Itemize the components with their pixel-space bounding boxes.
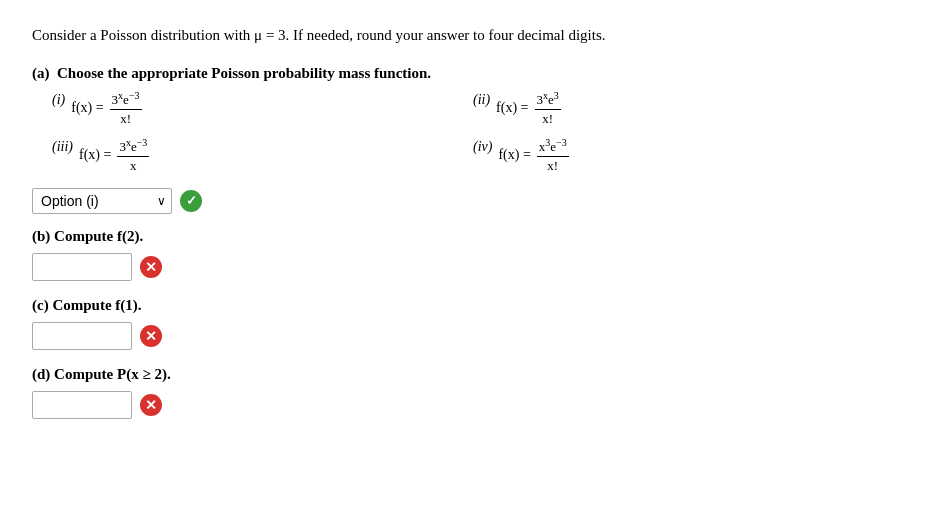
numer-ii: 3xe3 <box>535 90 561 110</box>
part-d-cross-icon: ✕ <box>140 394 162 416</box>
option-iii-label: (iii) <box>52 139 73 155</box>
part-a-label: (a) Choose the appropriate Poisson proba… <box>32 65 894 82</box>
numer-i: 3xe−3 <box>110 90 142 110</box>
options-grid: (i) f(x) = 3xe−3 x! (ii) f(x) = 3xe3 x! … <box>52 90 894 175</box>
option-i: (i) f(x) = 3xe−3 x! <box>52 90 473 127</box>
option-iii: (iii) f(x) = 3xe−3 x <box>52 137 473 174</box>
denom-iv: x! <box>545 157 560 174</box>
part-d-input[interactable] <box>32 391 132 419</box>
part-c: (c) Compute f(1). ✕ <box>32 297 894 350</box>
numer-iv: x3e−3 <box>537 137 569 157</box>
option-iv-formula: f(x) = x3e−3 x! <box>498 137 570 174</box>
option-i-label: (i) <box>52 92 65 108</box>
part-b-label: (b) Compute f(2). <box>32 228 894 245</box>
dropdown-row: Option (i) Option (ii) Option (iii) Opti… <box>32 188 894 214</box>
part-b-text: Compute f(2). <box>54 228 143 244</box>
denom-ii: x! <box>540 110 555 127</box>
option-ii-formula: f(x) = 3xe3 x! <box>496 90 563 127</box>
frac-iv: x3e−3 x! <box>537 137 569 174</box>
frac-iii: 3xe−3 x <box>117 137 149 174</box>
numer-iii: 3xe−3 <box>117 137 149 157</box>
fx-i: f(x) = <box>71 100 103 116</box>
option-iv-label: (iv) <box>473 139 492 155</box>
part-d-letter: (d) <box>32 366 50 382</box>
part-b-input[interactable] <box>32 253 132 281</box>
part-a-letter: (a) <box>32 65 50 81</box>
part-c-answer-row: ✕ <box>32 322 894 350</box>
option-iv: (iv) f(x) = x3e−3 x! <box>473 137 894 174</box>
part-c-input[interactable] <box>32 322 132 350</box>
option-select[interactable]: Option (i) Option (ii) Option (iii) Opti… <box>32 188 172 214</box>
frac-i: 3xe−3 x! <box>110 90 142 127</box>
part-d-answer-row: ✕ <box>32 391 894 419</box>
check-icon: ✓ <box>180 190 202 212</box>
part-c-label: (c) Compute f(1). <box>32 297 894 314</box>
part-d: (d) Compute P(x ≥ 2). ✕ <box>32 366 894 419</box>
option-ii: (ii) f(x) = 3xe3 x! <box>473 90 894 127</box>
part-b: (b) Compute f(2). ✕ <box>32 228 894 281</box>
dropdown-wrapper: Option (i) Option (ii) Option (iii) Opti… <box>32 188 172 214</box>
part-d-text: Compute P(x ≥ 2). <box>54 366 171 382</box>
part-d-label: (d) Compute P(x ≥ 2). <box>32 366 894 383</box>
fx-iv: f(x) = <box>498 147 530 163</box>
fx-iii: f(x) = <box>79 147 111 163</box>
part-a-text: Choose the appropriate Poisson probabili… <box>57 65 431 81</box>
intro-text: Consider a Poisson distribution with μ =… <box>32 24 894 47</box>
part-c-text: Compute f(1). <box>52 297 141 313</box>
part-b-answer-row: ✕ <box>32 253 894 281</box>
option-i-formula: f(x) = 3xe−3 x! <box>71 90 143 127</box>
part-c-cross-icon: ✕ <box>140 325 162 347</box>
part-b-letter: (b) <box>32 228 50 244</box>
denom-i: x! <box>118 110 133 127</box>
part-c-letter: (c) <box>32 297 49 313</box>
option-ii-label: (ii) <box>473 92 490 108</box>
option-iii-formula: f(x) = 3xe−3 x <box>79 137 151 174</box>
denom-iii: x <box>128 157 139 174</box>
part-b-cross-icon: ✕ <box>140 256 162 278</box>
frac-ii: 3xe3 x! <box>535 90 561 127</box>
fx-ii: f(x) = <box>496 100 528 116</box>
